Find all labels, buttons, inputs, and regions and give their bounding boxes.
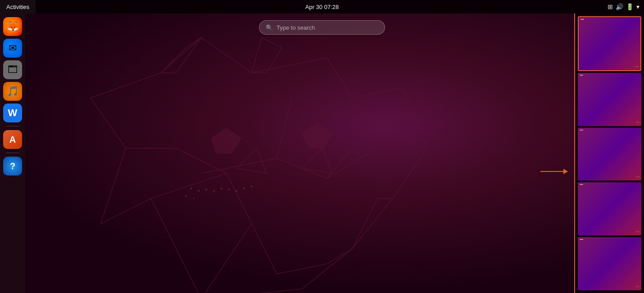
dock-icon-writer[interactable]: W [3,104,22,122]
workspace-3-bar [580,130,583,131]
workspace-2-bar [580,75,583,76]
svg-line-12 [327,148,352,178]
svg-marker-32 [302,148,332,173]
svg-line-5 [151,173,227,198]
workspace-5-mini-icons: ▪ ▸ [635,284,639,288]
clock-display: Apr 30 07:28 [305,4,339,10]
search-input[interactable] [277,24,376,31]
svg-line-29 [277,264,327,274]
activities-label: Activities [6,4,29,10]
thunderbird-icon: ✉ [9,43,17,53]
workspace-4[interactable]: ▪ ▸ [578,182,641,235]
svg-point-18 [228,189,230,190]
svg-line-30 [327,249,352,264]
workspace-panel: ▪ ▸ ▪ ▸ [574,14,644,293]
svg-point-23 [193,198,194,199]
svg-marker-0 [91,38,428,293]
workspace-1[interactable]: ▪ ▸ [578,16,641,71]
svg-line-28 [252,224,277,274]
search-icon: 🔍 [266,24,273,31]
workspace-5[interactable]: ▪ ▸ [578,237,641,290]
sidebar: 🦊 ✉ 🗔 🎵 W A ? [0,14,25,293]
background-mascot [0,14,644,293]
dock-icon-firefox[interactable]: 🦊 [3,17,22,36]
svg-marker-31 [236,148,267,173]
desktop: 🦊 ✉ 🗔 🎵 W A ? 🔍 [0,14,644,293]
dock-separator [6,126,19,126]
svg-point-14 [198,190,200,192]
files-icon: 🗔 [8,65,18,75]
svg-line-6 [227,173,252,224]
dock-icon-files[interactable]: 🗔 [3,60,22,79]
workspace-2-mini-icons: ▪ ▸ [635,120,639,124]
workspace-3-mini-icons: ▪ ▸ [635,175,639,179]
dock-icon-help[interactable]: ? [3,157,22,176]
firefox-icon: 🦊 [7,22,19,32]
svg-point-20 [243,187,245,189]
rhythmbox-icon: 🎵 [7,86,19,96]
svg-point-15 [205,189,207,190]
svg-point-17 [220,187,222,189]
workspace-4-inner: ▪ ▸ [578,182,641,235]
svg-point-22 [185,195,187,197]
tray-menu-icon[interactable]: ▾ [636,3,639,10]
activities-button[interactable]: Activities [0,0,36,14]
workspace-5-bar [580,239,583,240]
battery-tray-icon[interactable]: 🔋 [626,3,634,10]
workspace-4-mini-icons: ▪ ▸ [635,230,639,234]
search-box[interactable]: 🔍 [259,20,385,35]
topbar: Activities Apr 30 07:28 ⊞ 🔊 🔋 ▾ [0,0,644,14]
arrow-right-indicator [540,171,567,172]
svg-point-13 [190,187,192,189]
workspace-4-bar [580,184,583,185]
dock-icon-thunderbird[interactable]: ✉ [3,39,22,58]
volume-tray-icon[interactable]: 🔊 [616,3,623,10]
system-tray: ⊞ 🔊 🔋 ▾ [608,3,644,10]
search-container: 🔍 [259,20,385,35]
help-icon: ? [10,162,15,171]
dock-separator-2 [6,153,19,153]
svg-marker-3 [211,128,241,153]
workspace-1-bar [581,19,584,20]
workspace-2-inner: ▪ ▸ [578,73,641,126]
svg-line-8 [352,198,377,249]
svg-marker-4 [302,123,332,148]
grid-tray-icon[interactable]: ⊞ [608,3,613,10]
appcenter-icon: A [9,135,16,144]
writer-icon: W [8,108,18,118]
svg-point-16 [213,190,215,192]
workspace-3-inner: ▪ ▸ [578,128,641,181]
svg-line-27 [327,148,377,178]
svg-line-7 [201,224,252,293]
clock-text: Apr 30 07:28 [305,4,339,10]
dock-icon-rhythmbox[interactable]: 🎵 [3,82,22,101]
dock-icon-appcenter[interactable]: A [3,130,22,149]
svg-point-19 [236,190,237,192]
workspace-5-inner: ▪ ▸ [578,237,641,290]
workspace-1-inner: ▪ ▸ [579,17,640,70]
workspace-1-mini-icons: ▪ ▸ [635,64,639,68]
workspace-2[interactable]: ▪ ▸ [578,73,641,126]
svg-point-21 [250,185,252,187]
workspace-3[interactable]: ▪ ▸ [578,128,641,181]
svg-line-26 [277,98,292,158]
